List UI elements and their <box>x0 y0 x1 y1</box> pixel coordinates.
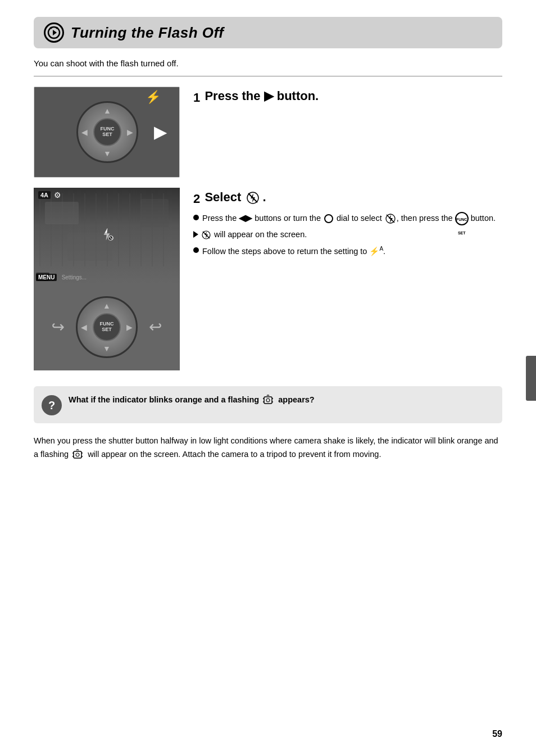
flash-off-icon-bullet2 <box>202 230 211 239</box>
camera-buttons-visual: FUNCSET ▲ ▼ ◀ ▶ ⚡ ▶ <box>34 87 180 177</box>
dial-icon-1 <box>324 214 333 223</box>
step2-bullet2-text: will appear on the screen. <box>202 229 307 241</box>
page-number: 59 <box>492 729 502 739</box>
bullet-circle-1 <box>193 215 199 220</box>
control-wheel-step1: FUNCSET ▲ ▼ ◀ ▶ <box>76 101 138 163</box>
step2-title: Select . <box>205 190 266 204</box>
divider <box>34 76 502 76</box>
tip-question-icon: ? <box>42 395 62 415</box>
funcset-label-step2: FUNCSET <box>93 313 121 341</box>
svg-rect-16 <box>264 397 272 404</box>
step1-heading: 1 Press the ▶ button. <box>193 89 502 105</box>
select-label: Select <box>205 190 241 204</box>
shake-icon-tip <box>262 394 275 406</box>
step1-text: 1 Press the ▶ button. <box>193 87 502 105</box>
page-title: Turning the Flash Off <box>71 24 224 42</box>
svg-point-23 <box>76 453 79 456</box>
flash-off-icon-bullet1 <box>385 214 396 224</box>
settings-label: Settings... <box>62 274 87 280</box>
step2-images: 4A ⚙ Off MENU Settings... <box>34 188 180 370</box>
funcset-icon-bullet1: FUNC SET <box>455 212 469 225</box>
step2-bullet3-text: Follow the steps above to return the set… <box>202 245 385 258</box>
step2-bullet2: will appear on the screen. <box>193 229 502 241</box>
bullet-triangle-2 <box>193 231 198 238</box>
tip-question-text: What if the indicator blinks orange and … <box>69 395 315 404</box>
room-scene-image: 4A ⚙ Off MENU Settings... <box>34 188 180 283</box>
step1-number: 1 <box>193 90 200 105</box>
step2-bullet1-text: Press the ◀▶ buttons or turn the dial to… <box>202 212 496 225</box>
svg-point-17 <box>266 399 270 402</box>
step2-heading: 2 Select . <box>193 190 502 206</box>
menu-badge-row: MENU Settings... <box>36 271 87 281</box>
step1-title: Press the ▶ button. <box>205 89 319 103</box>
tip-box: ? What if the indicator blinks orange an… <box>34 386 502 423</box>
control-wheel-step2: FUNCSET ▲ ▼ ◀ ▶ <box>76 296 138 358</box>
side-tab <box>526 356 536 401</box>
step2-row: 4A ⚙ Off MENU Settings... <box>34 188 502 370</box>
svg-rect-22 <box>74 451 81 458</box>
funcset-label-step1: FUNCSET <box>93 118 121 146</box>
4a-badge: 4A <box>38 191 51 199</box>
tip-text: What if the indicator blinks orange and … <box>69 394 315 406</box>
camera-dial-image: ↩ FUNCSET ▲ ▼ ◀ ▶ ↩ <box>34 283 180 370</box>
step2-bullets: Press the ◀▶ buttons or turn the dial to… <box>193 212 502 257</box>
body-text: When you press the shutter button halfwa… <box>34 434 502 461</box>
subtitle: You can shoot with the flash turned off. <box>34 58 502 68</box>
step2-number: 2 <box>193 192 200 206</box>
step1-image: FUNCSET ▲ ▼ ◀ ▶ ⚡ ▶ <box>34 87 180 178</box>
shake-icon-body <box>72 449 84 461</box>
step1-row: FUNCSET ▲ ▼ ◀ ▶ ⚡ ▶ <box>34 87 502 178</box>
page-header: Turning the Flash Off <box>34 17 502 48</box>
settings-icon-room: ⚙ <box>54 191 61 200</box>
content-area: FUNCSET ▲ ▼ ◀ ▶ ⚡ ▶ <box>34 87 502 461</box>
menu-label: MENU <box>36 274 57 281</box>
page: Turning the Flash Off You can shoot with… <box>0 0 536 756</box>
step2-bullet1: Press the ◀▶ buttons or turn the dial to… <box>193 212 502 225</box>
svg-marker-1 <box>53 30 57 35</box>
header-icon <box>44 22 64 43</box>
step2-bullet3: Follow the steps above to return the set… <box>193 245 502 258</box>
flash-off-icon-heading <box>247 192 259 204</box>
bullet-circle-3 <box>193 247 199 253</box>
step2-text: 2 Select . <box>193 188 502 261</box>
